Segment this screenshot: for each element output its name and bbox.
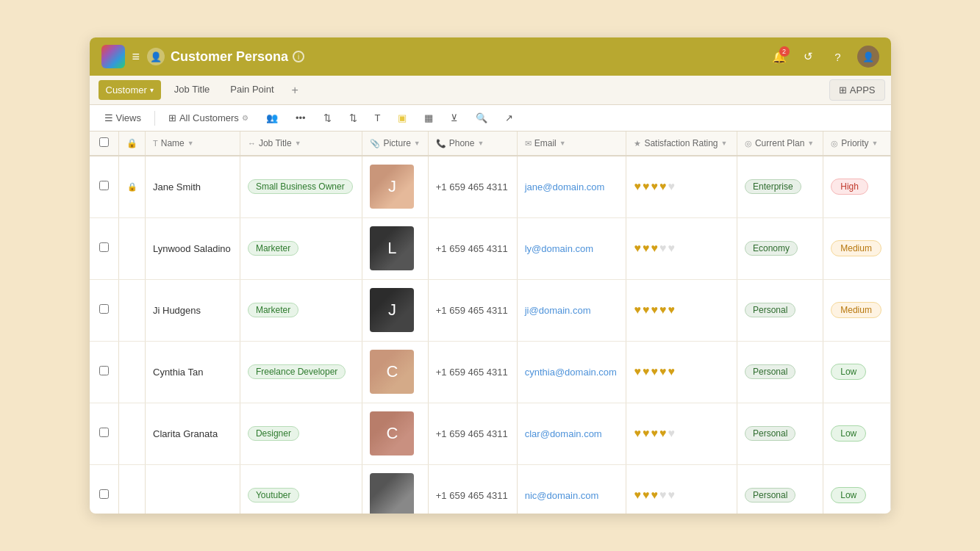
row-checkbox-cell[interactable] xyxy=(90,156,119,217)
select-all-checkbox[interactable] xyxy=(99,137,109,147)
job-title-cell: Freelance Developer xyxy=(240,341,362,403)
star-3: ♥ xyxy=(651,180,658,193)
tab-pain-point[interactable]: Pain Point xyxy=(220,78,284,102)
star-1: ♥ xyxy=(634,427,641,440)
table-row[interactable]: Cynthia Tan Freelance Developer C +1 659… xyxy=(90,341,891,403)
star-4: ♥ xyxy=(659,303,667,317)
color-button[interactable]: ▣ xyxy=(392,109,412,126)
satisfaction-header[interactable]: ★ Satisfaction Rating ▼ xyxy=(626,132,737,156)
customer-dropdown[interactable]: Customer ▾ xyxy=(99,80,161,100)
subheader-tabs: Customer ▾ Job Title Pain Point + ⊞ APPS xyxy=(90,76,891,105)
priority-cell: Low xyxy=(823,341,890,403)
email-header[interactable]: ✉ Email ▼ xyxy=(517,132,626,156)
row-checkbox-cell[interactable] xyxy=(90,464,119,514)
email-link[interactable]: cynthia@domain.com xyxy=(525,367,617,378)
sort-plan-icon: ▼ xyxy=(807,140,814,147)
email-link[interactable]: ly@domain.com xyxy=(525,243,593,254)
more-options-button[interactable]: ••• xyxy=(290,109,312,126)
email-cell: ji@domain.com xyxy=(517,279,626,341)
sort-pic-icon: ▼ xyxy=(414,140,421,147)
customer-photo: J xyxy=(370,165,414,209)
star-1: ♥ xyxy=(634,365,641,378)
row-checkbox-cell[interactable] xyxy=(90,217,119,279)
priority-cell: High xyxy=(823,156,890,217)
row-checkbox[interactable] xyxy=(99,242,109,252)
user-group-icon-btn[interactable]: 👥 xyxy=(260,109,284,126)
star-2: ♥ xyxy=(643,365,650,378)
row-checkbox[interactable] xyxy=(99,428,109,437)
table-row[interactable]: Clarita Granata Designer C +1 659 465 43… xyxy=(90,403,891,464)
job-title-header[interactable]: ↔ Job Title ▼ xyxy=(240,132,362,156)
user-group-icon: 👥 xyxy=(266,112,278,123)
notifications-button[interactable]: 🔔 2 xyxy=(769,46,790,67)
phone-cell: +1 659 465 4311 xyxy=(428,341,517,403)
share-button[interactable]: ↗ xyxy=(499,109,519,126)
info-icon[interactable]: i xyxy=(293,51,304,62)
star-4: ♥ xyxy=(659,489,667,502)
notif-badge: 2 xyxy=(779,46,790,57)
phone-value: +1 659 465 4311 xyxy=(436,367,508,378)
phone-header[interactable]: 📞 Phone ▼ xyxy=(428,132,517,156)
row-checkbox[interactable] xyxy=(99,181,109,190)
row-checkbox-cell[interactable] xyxy=(90,403,119,464)
table-row[interactable]: 🔒 Jane Smith Small Business Owner J +1 6… xyxy=(90,156,891,217)
phone-value: +1 659 465 4311 xyxy=(436,305,508,316)
star-1: ♥ xyxy=(634,489,641,502)
job-title-cell: Small Business Owner xyxy=(240,156,362,217)
sort-job-icon: ▼ xyxy=(295,140,301,147)
stars-container: ♥♥♥♥♥ xyxy=(634,365,729,378)
email-cell: ly@domain.com xyxy=(517,217,626,279)
all-customers-button[interactable]: ⊞ All Customers ⚙ xyxy=(162,109,254,126)
table-row[interactable]: Youtuber +1 659 465 4311 nic@domain.com … xyxy=(90,464,891,514)
job-title-badge: Marketer xyxy=(248,303,298,317)
plan-header[interactable]: ◎ Current Plan ▼ xyxy=(737,132,823,156)
add-tab-button[interactable]: + xyxy=(285,79,306,101)
search-button[interactable]: 🔍 xyxy=(470,109,493,126)
table-view-button[interactable]: ▦ xyxy=(418,109,439,126)
plan-cell: Personal xyxy=(737,279,823,341)
email-link[interactable]: clar@domain.com xyxy=(525,428,602,439)
stars-container: ♥♥♥♥♥ xyxy=(634,180,729,193)
menu-icon[interactable]: ≡ xyxy=(132,49,140,65)
sort-icon: ⇅ xyxy=(349,112,357,123)
tab-job-title[interactable]: Job Title xyxy=(164,78,220,102)
data-table: 🔒 T Name ▼ ↔ Job Title ▼ xyxy=(90,132,891,514)
user-avatar[interactable]: 👤 xyxy=(857,46,879,68)
row-checkbox[interactable] xyxy=(99,366,109,375)
row-checkbox[interactable] xyxy=(99,304,109,314)
name-header[interactable]: T Name ▼ xyxy=(146,132,240,156)
row-checkbox[interactable] xyxy=(99,489,109,499)
name-cell xyxy=(146,464,240,514)
table-body: 🔒 Jane Smith Small Business Owner J +1 6… xyxy=(90,156,891,514)
app-window: ≡ 👤 Customer Persona i 🔔 2 ↺ ? 👤 Custome… xyxy=(90,37,891,514)
color-icon: ▣ xyxy=(398,112,407,123)
job-title-badge: Small Business Owner xyxy=(248,179,353,194)
table-row[interactable]: Ji Hudgens Marketer J +1 659 465 4311 ji… xyxy=(90,279,891,341)
sort-button[interactable]: ⇅ xyxy=(343,109,363,126)
row-checkbox-cell[interactable] xyxy=(90,279,119,341)
star-2: ♥ xyxy=(643,489,650,502)
star-5: ♥ xyxy=(668,303,675,317)
apps-button[interactable]: ⊞ APPS xyxy=(829,79,885,101)
table-row[interactable]: Lynwood Saladino Marketer L +1 659 465 4… xyxy=(90,217,891,279)
text-button[interactable]: T xyxy=(369,109,387,126)
views-button[interactable]: ☰ Views xyxy=(99,109,147,126)
row-checkbox-cell[interactable] xyxy=(90,341,119,403)
checkbox-header[interactable] xyxy=(90,132,119,156)
star-2: ♥ xyxy=(643,180,650,193)
email-link[interactable]: nic@domain.com xyxy=(525,490,599,501)
priority-header[interactable]: ◎ Priority ▼ xyxy=(823,132,890,156)
table-wrapper: 🔒 T Name ▼ ↔ Job Title ▼ xyxy=(90,132,891,514)
star-5: ♥ xyxy=(668,427,675,440)
picture-header[interactable]: 📎 Picture ▼ xyxy=(362,132,428,156)
email-link[interactable]: ji@domain.com xyxy=(525,305,591,316)
email-link[interactable]: jane@domain.com xyxy=(525,181,605,192)
chevron-down-icon: ▾ xyxy=(150,86,154,94)
filter-button[interactable]: ⊻ xyxy=(445,109,464,126)
satisfaction-cell: ♥♥♥♥♥ xyxy=(626,403,737,464)
undo-button[interactable]: ↺ xyxy=(798,46,819,67)
help-button[interactable]: ? xyxy=(828,46,848,67)
phone-cell: +1 659 465 4311 xyxy=(428,217,517,279)
phone-cell: +1 659 465 4311 xyxy=(428,403,517,464)
filter-rows-button[interactable]: ⇅ xyxy=(318,109,337,126)
